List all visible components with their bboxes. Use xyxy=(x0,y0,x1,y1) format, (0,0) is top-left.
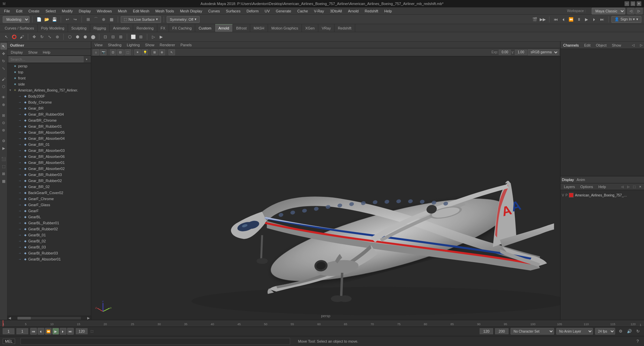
outliner-item-gear-br-rubber03[interactable]: → ◆ Gear_BR_Rubber03 xyxy=(7,172,91,178)
outliner-item-gearf[interactable]: → ◆ GearF xyxy=(7,208,91,214)
paint-select-icon[interactable]: 🖌 xyxy=(18,34,25,40)
outliner-tree[interactable]: ■ persp ■ top ■ front ■ side xyxy=(7,63,91,316)
select-mode-btn[interactable]: ↖ xyxy=(0,43,7,50)
layer-item-aircraft[interactable]: V P American_Airlines_Boeing_757_Airline… xyxy=(562,191,643,199)
component-icon[interactable]: ⬢ xyxy=(74,34,81,40)
outliner-item-gear-br-abs05[interactable]: → ◆ Gear_BR_Absorber05 xyxy=(7,129,91,135)
ch-minimize-icon[interactable]: ◁ xyxy=(632,42,635,49)
menu-3dtoall[interactable]: 3DtoAll xyxy=(327,8,344,14)
outliner-item-gearbl-03[interactable]: → ◆ GearBl_03 xyxy=(7,244,91,250)
tab-mash[interactable]: MASH xyxy=(250,24,268,32)
snap-live-btn[interactable]: ⊛ xyxy=(0,127,7,133)
no-anim-layer-select[interactable]: No Anim Layer xyxy=(556,328,593,335)
render-icon[interactable]: 🎬 xyxy=(531,16,539,23)
object-tab[interactable]: Object xyxy=(596,43,606,47)
vp-grid-btn[interactable]: ⊞ xyxy=(151,49,158,55)
render-preview-icon[interactable]: ▷ xyxy=(150,34,157,40)
tab-fx[interactable]: FX xyxy=(157,24,169,32)
sound-icon[interactable]: 🔊 xyxy=(626,328,633,335)
outliner-menu-help[interactable]: Help xyxy=(41,50,53,54)
menu-help[interactable]: Help xyxy=(382,8,395,14)
close-button[interactable]: ✕ xyxy=(637,1,641,6)
go-to-end-btn[interactable]: ⏭ xyxy=(67,328,74,335)
outliner-menu-display[interactable]: Display xyxy=(9,50,25,54)
pivot-btn[interactable]: ⊕ xyxy=(0,101,7,108)
outliner-item-gear-br-rubber02[interactable]: → ◆ Gear_BR_Rubber02 xyxy=(7,178,91,184)
layers-menu-help[interactable]: Help xyxy=(596,185,608,189)
color-space-select[interactable]: sRGB gamma xyxy=(528,49,559,55)
snap-surface-icon[interactable]: ▦ xyxy=(108,16,115,23)
no-character-select[interactable]: No Character Set xyxy=(511,328,554,335)
sign-in-button[interactable]: 👤 Sign In ▾ ▾ xyxy=(611,16,641,23)
outliner-item-gearf-glass[interactable]: → ◆ GearF_Glass xyxy=(7,202,91,208)
menu-modify[interactable]: Modify xyxy=(59,8,75,14)
batch-render-icon[interactable]: ▶▶ xyxy=(539,16,546,23)
scale-tool-icon[interactable]: ⤡ xyxy=(46,34,53,40)
menu-mesh-tools[interactable]: Mesh Tools xyxy=(153,8,176,14)
gamma-input[interactable] xyxy=(515,50,527,55)
tab-custom[interactable]: Custom xyxy=(195,24,215,32)
outliner-item-front[interactable]: ■ front xyxy=(7,75,91,81)
viewport-canvas[interactable]: A A X Z Y xyxy=(91,56,560,320)
snap-point-icon[interactable]: ⊕ xyxy=(100,16,107,23)
rotate-mode-btn[interactable]: ↻ xyxy=(0,58,7,64)
flat-shade-icon[interactable]: ⊞ xyxy=(117,34,124,40)
menu-vray[interactable]: V-Ray xyxy=(311,8,327,14)
workspace-selector[interactable]: Maya Classic xyxy=(592,8,625,14)
help-icon[interactable]: ? xyxy=(634,338,641,345)
menu-edit[interactable]: Edit xyxy=(13,8,25,14)
vp-menu-lighting[interactable]: Lighting xyxy=(125,43,141,47)
playback-end-input[interactable] xyxy=(495,328,508,334)
outliner-item-gear-br[interactable]: → ◆ Gear_BR xyxy=(7,105,91,111)
go-to-start-btn[interactable]: ⏮ xyxy=(30,328,37,335)
show-tab[interactable]: Show xyxy=(612,43,621,47)
workspace-btn1[interactable]: ◁ xyxy=(627,8,635,14)
search-dropdown-icon[interactable]: ▾ xyxy=(84,56,90,62)
play-back-btn[interactable]: ⏪ xyxy=(45,328,52,335)
anim-tab[interactable]: Anim xyxy=(577,178,585,182)
vp-wire-btn[interactable]: ⊡ xyxy=(110,49,116,55)
scrollbar-thumb[interactable] xyxy=(17,317,31,320)
outliner-item-gearbr-chrome[interactable]: → ◆ GearBR_Chrome xyxy=(7,117,91,123)
vp-texture-btn[interactable]: ⬚ xyxy=(124,49,131,55)
quick-layout-btn4[interactable]: ▦ xyxy=(0,178,7,184)
menu-curves[interactable]: Curves xyxy=(206,8,223,14)
mode-selector[interactable]: Modeling xyxy=(3,16,30,23)
ch-expand-icon[interactable]: ▷ xyxy=(640,42,643,49)
exposure-input[interactable] xyxy=(499,50,511,55)
show-hide-btn[interactable]: 👁 xyxy=(0,94,7,101)
quick-layout-btn2[interactable]: ⬚ xyxy=(0,163,7,170)
play-fwd-btn[interactable]: ▶ xyxy=(52,328,59,335)
outliner-item-gear-br-rubber01[interactable]: → ◆ Gear_BR_Rubber01 xyxy=(7,123,91,129)
step-back-btn[interactable]: ⏴ xyxy=(38,328,44,335)
new-file-icon[interactable]: 📄 xyxy=(35,16,43,23)
menu-surfaces[interactable]: Surfaces xyxy=(223,8,243,14)
layers-minimize-icon[interactable]: ◁ xyxy=(620,183,625,190)
multi-view-icon[interactable]: ⊞ xyxy=(137,34,145,40)
outliner-item-gearbl-rubber01[interactable]: → ◆ GearBL_Rubber01 xyxy=(7,220,91,226)
vp-shade-btn[interactable]: ⊟ xyxy=(117,49,124,55)
command-line-input[interactable] xyxy=(20,338,290,345)
display-tab[interactable]: Display xyxy=(562,178,574,182)
outliner-scrollbar[interactable]: ◀ ▶ xyxy=(7,316,91,320)
menu-arnold[interactable]: Arnold xyxy=(345,8,361,14)
minimize-button[interactable]: − xyxy=(625,1,629,6)
step-prev-icon[interactable]: ⏮ xyxy=(552,16,559,23)
step-fwd-btn[interactable]: ⏵ xyxy=(60,328,66,335)
soft-select-btn[interactable]: ⬡ xyxy=(0,83,7,90)
render-btn[interactable]: ▶ xyxy=(0,145,7,152)
workspace-btn2[interactable]: ▷ xyxy=(635,8,643,14)
stop-icon[interactable]: ⏸ xyxy=(575,16,583,23)
single-view-icon[interactable]: ⬜ xyxy=(129,34,137,40)
play-fwd-icon[interactable]: ▶ xyxy=(583,16,590,23)
maximize-button[interactable]: □ xyxy=(631,1,635,6)
menu-select[interactable]: Select xyxy=(43,8,59,14)
menu-windows[interactable]: Windows xyxy=(94,8,115,14)
outliner-item-top[interactable]: ■ top xyxy=(7,69,91,75)
layers-close-icon[interactable]: ✕ xyxy=(638,183,643,190)
outliner-item-gearbl[interactable]: → ◆ GearBL xyxy=(7,214,91,220)
loop-icon[interactable]: ↻ xyxy=(635,328,641,335)
menu-mesh-display[interactable]: Mesh Display xyxy=(177,8,205,14)
vp-camera-btn[interactable]: 📷 xyxy=(100,49,107,55)
tab-sculpting[interactable]: Sculpting xyxy=(68,24,90,32)
